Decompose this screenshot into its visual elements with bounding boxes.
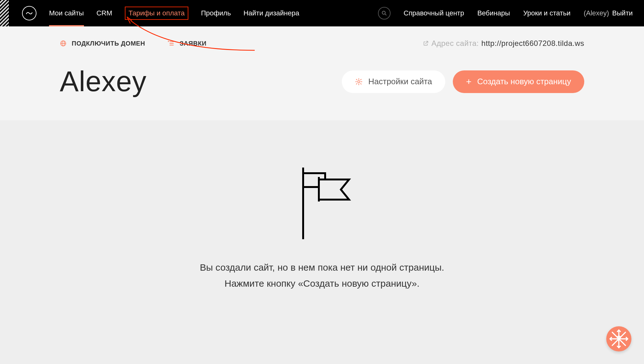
nav-lessons[interactable]: Уроки и статьи — [523, 9, 570, 17]
nav-left-group: Мои сайты CRM Тарифы и оплата Профиль На… — [49, 1, 299, 26]
site-settings-button[interactable]: Настройки сайта — [342, 70, 445, 93]
connect-domain-label: ПОДКЛЮЧИТЬ ДОМЕН — [72, 40, 145, 47]
flags-icon — [291, 164, 353, 240]
nav-tariffs[interactable]: Тарифы и оплата — [125, 7, 188, 20]
gear-icon — [355, 78, 363, 85]
nav-crm[interactable]: CRM — [97, 1, 112, 26]
nav-label: Профиль — [201, 9, 231, 17]
site-settings-label: Настройки сайта — [368, 77, 432, 86]
external-link-icon[interactable] — [423, 40, 429, 47]
logout-link[interactable]: Выйти — [612, 9, 633, 17]
user-chunk: (Alexey) Выйти — [584, 9, 633, 17]
band-bottom-row: Alexey Настройки сайта + Создать новую с… — [60, 65, 584, 98]
svg-line-1 — [385, 14, 386, 15]
svg-text:?: ? — [616, 334, 621, 343]
empty-line1: Вы создали сайт, но в нем пока нет ни од… — [200, 259, 444, 275]
band-top-left: ПОДКЛЮЧИТЬ ДОМЕН ЗАЯВКИ — [60, 40, 207, 47]
nav-label: Вебинары — [477, 9, 510, 17]
nav-label: Тарифы и оплата — [129, 9, 185, 17]
empty-state: Вы создали сайт, но в нем пока нет ни од… — [0, 120, 644, 340]
app-root: Мои сайты CRM Тарифы и оплата Профиль На… — [0, 0, 644, 364]
empty-text-block: Вы создали сайт, но в нем пока нет ни од… — [200, 259, 444, 291]
site-address: Адрес сайта: http://project6607208.tilda… — [423, 39, 584, 48]
nav-label: Уроки и статьи — [523, 9, 570, 17]
requests-label: ЗАЯВКИ — [180, 40, 206, 47]
nav-mysites[interactable]: Мои сайты — [49, 1, 84, 26]
search-icon[interactable] — [378, 7, 391, 19]
address-label: Адрес сайта: — [431, 39, 479, 48]
nav-profile[interactable]: Профиль — [201, 1, 231, 26]
username-label: (Alexey) — [584, 9, 609, 17]
svg-point-0 — [382, 11, 385, 14]
nav-label: Мои сайты — [49, 9, 84, 17]
connect-domain-link[interactable]: ПОДКЛЮЧИТЬ ДОМЕН — [60, 40, 145, 47]
list-plus-icon — [167, 40, 175, 47]
nav-label: Справочный центр — [404, 9, 464, 17]
plus-icon: + — [466, 76, 472, 87]
nav-label: CRM — [97, 9, 112, 17]
nav-right-group: Справочный центр Вебинары Уроки и статьи… — [378, 7, 633, 19]
nav-decor-stripes — [0, 0, 9, 26]
nav-finddesigner[interactable]: Найти дизайнера — [243, 1, 299, 26]
project-buttons: Настройки сайта + Создать новую страницу — [342, 70, 584, 93]
top-nav: Мои сайты CRM Тарифы и оплата Профиль На… — [0, 0, 644, 26]
requests-link[interactable]: ЗАЯВКИ — [167, 40, 206, 47]
logo-wrap — [22, 6, 36, 20]
tilda-logo-icon[interactable] — [22, 6, 36, 20]
globe-icon — [60, 40, 67, 47]
empty-line2: Нажмите кнопку «Создать новую страницу». — [200, 275, 444, 291]
create-page-label: Создать новую страницу — [477, 77, 571, 86]
snowflake-help-icon: ? — [608, 328, 630, 350]
create-page-button[interactable]: + Создать новую страницу — [453, 70, 584, 93]
svg-point-10 — [358, 80, 360, 83]
band-top-row: ПОДКЛЮЧИТЬ ДОМЕН ЗАЯВКИ — [60, 39, 584, 48]
logout-label: Выйти — [612, 9, 633, 17]
address-url[interactable]: http://project6607208.tilda.ws — [481, 39, 584, 48]
page-header-band: ПОДКЛЮЧИТЬ ДОМЕН ЗАЯВКИ — [0, 26, 644, 120]
nav-label: Найти дизайнера — [243, 9, 299, 17]
nav-help[interactable]: Справочный центр — [404, 9, 464, 17]
help-badge-button[interactable]: ? — [606, 326, 631, 351]
project-title: Alexey — [60, 65, 147, 98]
nav-webinars[interactable]: Вебинары — [477, 9, 510, 17]
